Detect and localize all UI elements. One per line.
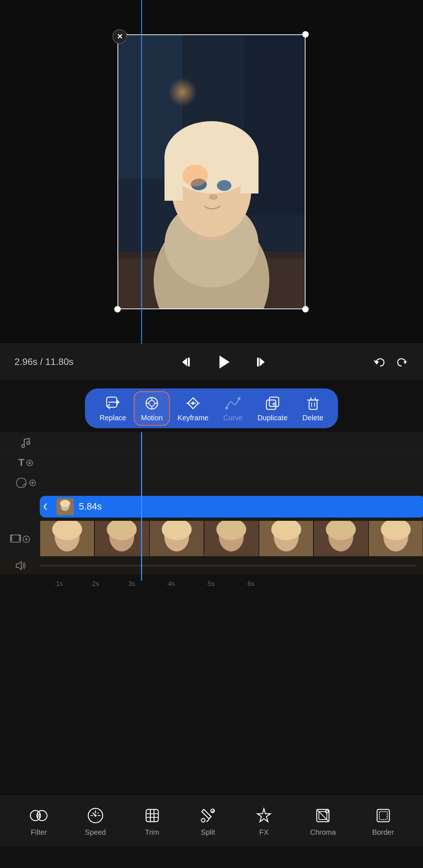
svg-rect-11 [240, 157, 258, 193]
svg-marker-16 [182, 358, 187, 366]
filter-label: Filter [31, 828, 47, 837]
svg-point-31 [238, 397, 240, 400]
filmstrip-frames [40, 520, 423, 556]
playback-controls [181, 350, 266, 374]
tool-split[interactable]: Split [198, 806, 218, 837]
timeline-section: T [0, 432, 423, 593]
fx-icon [254, 806, 274, 825]
redo-button[interactable] [396, 356, 409, 368]
clip-bar[interactable]: 5.84s [51, 496, 423, 518]
split-label: Split [201, 828, 215, 837]
text-row: T [0, 452, 423, 473]
text-t-icon: T [18, 457, 24, 468]
speed-icon [86, 806, 105, 825]
svg-marker-84 [16, 562, 21, 570]
chroma-icon [313, 806, 333, 825]
tool-speed[interactable]: Speed [85, 806, 106, 837]
svg-rect-59 [19, 539, 21, 541]
timeline-playhead [141, 432, 142, 580]
tool-border[interactable]: Border [372, 806, 394, 837]
ruler-marks-container: ·1s ·2s ·3s ·4s ·5s ·6s [40, 575, 423, 593]
svg-point-30 [225, 407, 228, 409]
undo-button[interactable] [373, 356, 385, 368]
bottom-toolbar: Filter Speed Tri [0, 796, 423, 846]
action-duplicate[interactable]: Duplicate [250, 391, 295, 426]
timeline-ruler: ·1s ·2s ·3s ·4s ·5s ·6s [0, 575, 423, 593]
music-row [0, 432, 423, 452]
tool-chroma[interactable]: Chroma [310, 806, 336, 837]
action-motion[interactable]: Motion [134, 391, 170, 426]
trim-label: Trim [145, 828, 159, 837]
svg-rect-19 [257, 358, 259, 366]
close-button[interactable]: ✕ [112, 29, 127, 44]
duplicate-label: Duplicate [257, 414, 287, 422]
playhead-line [141, 0, 142, 344]
svg-rect-17 [188, 358, 190, 366]
keyframe-icon [185, 395, 201, 412]
chroma-label: Chroma [310, 828, 336, 837]
filmstrip-icons [0, 520, 40, 556]
duplicate-icon [264, 395, 281, 412]
volume-bar [40, 565, 416, 566]
ruler-mark-2s: ·2s [90, 580, 99, 588]
svg-marker-21 [403, 361, 407, 364]
tool-filter[interactable]: Filter [29, 806, 48, 837]
replace-label: Replace [100, 414, 126, 422]
motion-icon [144, 395, 160, 412]
svg-rect-58 [19, 537, 21, 539]
clip-chevron[interactable] [40, 496, 51, 518]
film-frame-5 [259, 520, 313, 556]
skip-forward-button[interactable] [253, 356, 266, 369]
trim-icon [142, 806, 162, 825]
skip-back-button[interactable] [181, 356, 194, 369]
volume-row [0, 557, 423, 575]
play-button[interactable] [212, 350, 235, 374]
border-icon [373, 806, 393, 825]
text-icon-area: T [6, 457, 46, 468]
handle-bottom-left[interactable] [114, 306, 121, 312]
handle-top-right[interactable] [302, 31, 309, 38]
filmstrip-row [0, 520, 423, 557]
video-frame: ✕ [118, 34, 306, 309]
svg-marker-18 [260, 358, 265, 366]
keyframe-label: Keyframe [178, 414, 209, 422]
tool-fx[interactable]: FX [254, 806, 274, 837]
speed-label: Speed [85, 828, 106, 837]
svg-rect-99 [379, 812, 387, 820]
sticker-icon-area [6, 477, 46, 489]
svg-marker-20 [375, 361, 378, 364]
curve-label: Curve [223, 414, 243, 422]
video-image [118, 34, 306, 309]
action-delete[interactable]: Delete [295, 391, 331, 426]
tool-trim[interactable]: Trim [142, 806, 162, 837]
svg-rect-89 [146, 809, 158, 822]
svg-point-43 [27, 442, 30, 444]
svg-point-52 [60, 500, 70, 507]
split-icon [198, 806, 218, 825]
clip-thumbnail [56, 498, 74, 515]
film-frame-7 [368, 520, 423, 556]
action-keyframe[interactable]: Keyframe [170, 391, 216, 426]
svg-point-13 [217, 180, 231, 191]
replace-icon [104, 395, 121, 412]
svg-point-24 [149, 400, 155, 406]
ruler-mark-3s: ·3s [127, 580, 135, 588]
svg-rect-57 [19, 535, 21, 536]
clip-track-spacer [0, 493, 40, 520]
music-icon-area [6, 436, 46, 449]
action-replace[interactable]: Replace [93, 391, 133, 426]
svg-rect-33 [266, 400, 276, 409]
svg-rect-56 [10, 539, 12, 541]
curve-icon [225, 395, 241, 412]
action-menu-container: Replace Motion [0, 384, 423, 433]
svg-marker-94 [257, 809, 270, 822]
close-icon: ✕ [117, 32, 123, 41]
film-frame-6 [313, 520, 368, 556]
handle-bottom-right[interactable] [302, 306, 309, 312]
motion-label: Motion [141, 414, 163, 422]
svg-rect-54 [10, 535, 12, 536]
svg-rect-55 [10, 537, 12, 539]
preview-area: ✕ [0, 0, 423, 344]
film-frame-1 [40, 520, 94, 556]
action-curve[interactable]: Curve [216, 391, 250, 426]
